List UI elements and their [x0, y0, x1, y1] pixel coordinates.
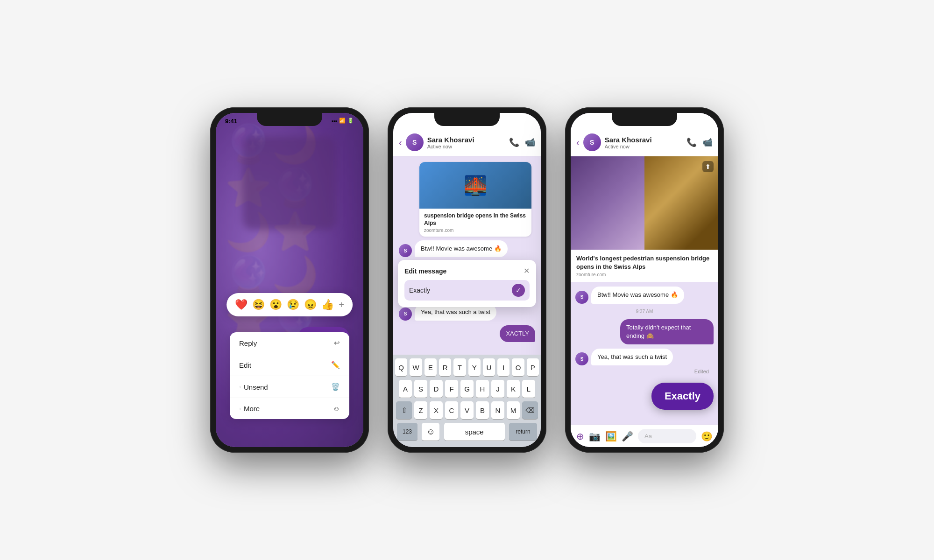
gallery-button[interactable]: 🖼️ [605, 431, 617, 442]
share-icon[interactable]: ⬆ [702, 161, 714, 172]
context-edit[interactable]: Edit ✏️ [230, 354, 349, 376]
reply-icon: ↩ [334, 339, 340, 347]
bubble-received-3-2: Yea, that was such a twist [591, 349, 673, 365]
edit-close-button[interactable]: ✕ [524, 266, 530, 275]
mic-button[interactable]: 🎤 [622, 431, 633, 442]
sticker-button[interactable]: 🙂 [701, 431, 713, 442]
video-call-button-3[interactable]: 📹 [702, 137, 713, 147]
phone-call-button[interactable]: 📞 [509, 137, 519, 147]
key-Q[interactable]: Q [395, 358, 407, 376]
trash-icon: 🗑️ [331, 383, 340, 391]
key-B[interactable]: B [476, 401, 489, 419]
bridge-image-preview: ⬆ [571, 156, 718, 250]
more-icon: ☺ [333, 405, 340, 413]
contact-status-2: Active now [427, 144, 505, 149]
key-J[interactable]: J [491, 380, 504, 398]
key-return[interactable]: return [509, 423, 537, 441]
phone-call-button-3[interactable]: 📞 [686, 137, 697, 147]
wifi-icon: 📶 [339, 118, 346, 124]
key-R[interactable]: R [439, 358, 451, 376]
context-reply-label: Reply [239, 339, 257, 347]
key-delete[interactable]: ⌫ [522, 401, 538, 419]
key-Z[interactable]: Z [414, 401, 427, 419]
edit-icon: ✏️ [331, 361, 340, 369]
key-W[interactable]: W [410, 358, 422, 376]
signal-icon: ▪▪▪ [332, 118, 337, 124]
key-G[interactable]: G [460, 380, 474, 398]
key-T[interactable]: T [453, 358, 466, 376]
video-call-button[interactable]: 📹 [525, 137, 535, 147]
key-L[interactable]: L [522, 380, 535, 398]
key-S[interactable]: S [414, 380, 427, 398]
key-N[interactable]: N [491, 401, 504, 419]
link-preview-card-3[interactable]: World's longest pedestrian suspension br… [571, 250, 718, 282]
notch-2 [434, 113, 500, 126]
header-info-2: Sara Khosravi Active now [427, 136, 505, 149]
key-C[interactable]: C [445, 401, 458, 419]
emoji-reaction-row[interactable]: ❤️ 😆 😮 😢 😠 👍 + [226, 293, 353, 316]
header-actions-3: 📞 📹 [686, 137, 713, 147]
emoji-laugh[interactable]: 😆 [252, 299, 265, 311]
key-V[interactable]: V [460, 401, 474, 419]
key-H[interactable]: H [476, 380, 489, 398]
context-reply[interactable]: Reply ↩ [230, 332, 349, 354]
msg-avatar-2: S [399, 244, 412, 257]
edit-message-modal: Edit message ✕ ✓ [398, 260, 536, 307]
chevron-unsend: › [239, 384, 241, 390]
context-edit-label: Edit [239, 361, 251, 369]
key-E[interactable]: E [425, 358, 437, 376]
blurred-image [243, 136, 336, 230]
contact-status-3: Active now [605, 144, 683, 149]
link-domain-3: zoomture.com [576, 272, 713, 277]
edited-label: Edited [575, 369, 709, 374]
phone-2: ‹ S Sara Khosravi Active now 📞 📹 suspens… [388, 107, 546, 453]
key-P[interactable]: P [527, 358, 539, 376]
edit-send-button[interactable]: ✓ [512, 284, 525, 297]
phone-1: 🔮🌙⭐🔮🌙⭐🔮🌙⭐🔮 9:41 ▪▪▪ 📶 🔋 ❤️ 😆 😮 😢 😠 👍 + X… [210, 107, 369, 453]
back-button-2[interactable]: ‹ [399, 137, 402, 148]
msg-avatar-3: S [575, 291, 588, 304]
edit-message-input[interactable] [409, 287, 508, 294]
key-U[interactable]: U [483, 358, 495, 376]
chevron-more: › [239, 406, 241, 412]
header-info-3: Sara Khosravi Active now [605, 136, 683, 149]
message-row-xactly: XACTLY [399, 325, 535, 342]
emoji-cry[interactable]: 😢 [287, 299, 299, 311]
add-button[interactable]: ⊕ [576, 431, 584, 442]
battery-icon: 🔋 [347, 118, 354, 124]
camera-button[interactable]: 📷 [589, 431, 601, 442]
key-F[interactable]: F [445, 380, 458, 398]
key-X[interactable]: X [430, 401, 443, 419]
phone-3: ‹ S Sara Khosravi Active now 📞 📹 ⬆ [565, 107, 724, 453]
key-Y[interactable]: Y [468, 358, 481, 376]
emoji-heart[interactable]: ❤️ [235, 299, 248, 311]
key-space[interactable]: space [444, 423, 505, 441]
emoji-surprised[interactable]: 😮 [269, 299, 282, 311]
context-more[interactable]: › More ☺ [230, 398, 349, 419]
key-D[interactable]: D [430, 380, 443, 398]
key-shift[interactable]: ⇧ [396, 401, 412, 419]
bubble-received-3-1: Btw!! Movie was awesome 🔥 [591, 287, 684, 303]
notch-1 [257, 113, 322, 126]
key-I[interactable]: I [497, 358, 509, 376]
key-A[interactable]: A [399, 380, 412, 398]
key-numbers[interactable]: 123 [397, 423, 417, 441]
context-unsend-label: Unsend [244, 383, 268, 391]
emoji-angry[interactable]: 😠 [304, 299, 317, 311]
link-preview-card[interactable]: suspension bridge opens in the Swiss Alp… [419, 162, 531, 237]
msg-row-received-3-1: S Btw!! Movie was awesome 🔥 [575, 287, 714, 303]
context-unsend[interactable]: › Unsend 🗑️ [230, 376, 349, 398]
msg-avatar-2b: S [399, 308, 412, 321]
emoji-thumbsup[interactable]: 👍 [321, 299, 334, 311]
message-input-3[interactable]: Aa [638, 429, 696, 443]
back-button-3[interactable]: ‹ [576, 137, 580, 148]
emoji-plus-button[interactable]: + [339, 300, 344, 310]
key-K[interactable]: K [507, 380, 520, 398]
message-row-received-1: S Btw!! Movie was awesome 🔥 [399, 240, 535, 257]
key-emoji[interactable]: ☺ [422, 423, 439, 441]
keyboard: Q W E R T Y U I O P A S D F G H [393, 355, 541, 447]
avatar-2: S [406, 133, 424, 151]
key-O[interactable]: O [512, 358, 524, 376]
link-card-domain: zoomture.com [424, 228, 527, 233]
key-M[interactable]: M [507, 401, 520, 419]
